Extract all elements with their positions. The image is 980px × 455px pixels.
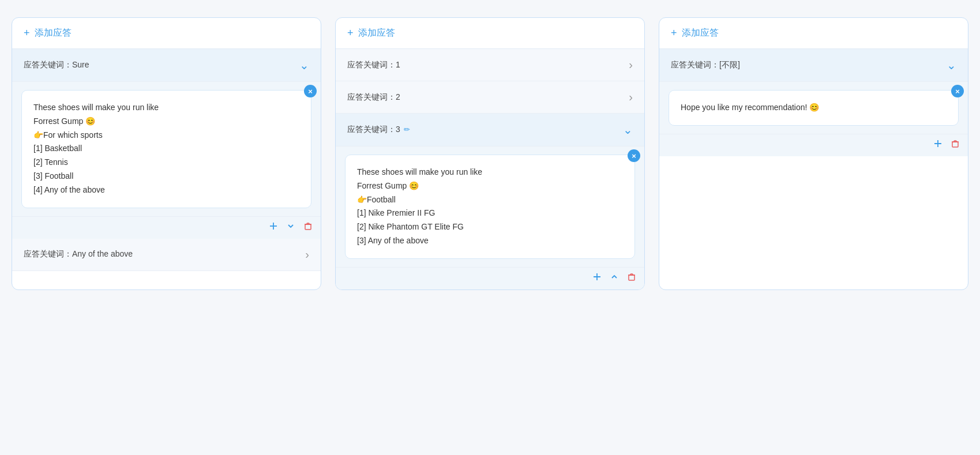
close-button[interactable]: × — [628, 149, 640, 162]
keyword-row-1[interactable]: 应答关键词：[不限]⌄ — [659, 49, 968, 82]
message-line: [1] Nike Premier II FG — [357, 206, 623, 220]
panel-body: 应答关键词：Sure⌄×These shoes will make you ru… — [12, 49, 321, 289]
chevron-right-icon: › — [629, 58, 633, 72]
keyword-label: 应答关键词：[不限] — [671, 60, 740, 70]
add-action-button[interactable] — [269, 221, 278, 233]
card-actions — [12, 217, 321, 239]
message-card-wrapper: ×These shoes will make you run likeForre… — [12, 82, 321, 217]
keyword-label: 应答关键词：Any of the above — [24, 249, 133, 260]
keyword-row-2[interactable]: 应答关键词：Any of the above› — [12, 239, 321, 271]
panel-body: 应答关键词：1›应答关键词：2›应答关键词：3✏⌄×These shoes wi… — [336, 49, 644, 289]
add-response-plus-icon[interactable]: + — [347, 27, 354, 39]
chevron-down-icon: ⌄ — [947, 58, 956, 72]
delete-action-button[interactable] — [303, 221, 313, 233]
message-line: These shoes will make you run like — [33, 101, 299, 115]
card-actions — [659, 134, 968, 156]
panel-2: +添加应答应答关键词：1›应答关键词：2›应答关键词：3✏⌄×These sho… — [335, 17, 645, 290]
keyword-value: 1 — [396, 60, 400, 69]
message-card: ×Hope you like my recommendation! 😊 — [669, 90, 959, 126]
keyword-value: Any of the above — [72, 249, 133, 258]
keyword-row-1[interactable]: 应答关键词：1› — [336, 49, 644, 81]
svg-rect-2 — [305, 224, 311, 230]
message-line: 👉Football — [357, 193, 623, 207]
panel-3: +添加应答应答关键词：[不限]⌄×Hope you like my recomm… — [659, 17, 968, 290]
chevron-down-icon: ⌄ — [623, 123, 633, 137]
keyword-value: Sure — [72, 60, 89, 69]
delete-action-button[interactable] — [627, 272, 636, 284]
message-line: [4] Any of the above — [33, 183, 299, 197]
chevron-right-icon: › — [629, 91, 633, 104]
keyword-row-2[interactable]: 应答关键词：2› — [336, 81, 644, 114]
message-card-wrapper: ×Hope you like my recommendation! 😊 — [659, 82, 968, 134]
add-action-button[interactable] — [933, 139, 943, 151]
add-response-title: 添加应答 — [358, 27, 395, 39]
panel-header[interactable]: +添加应答 — [336, 18, 644, 49]
message-card: ×These shoes will make you run likeForre… — [345, 155, 635, 259]
panel-1: +添加应答应答关键词：Sure⌄×These shoes will make y… — [12, 17, 321, 290]
message-line: 👉For which sports — [33, 129, 299, 142]
keyword-row-1[interactable]: 应答关键词：Sure⌄ — [12, 49, 321, 82]
card-actions — [336, 268, 644, 289]
svg-rect-10 — [952, 142, 958, 147]
delete-action-button[interactable] — [951, 139, 960, 151]
svg-rect-6 — [629, 275, 634, 280]
keyword-value: 3 — [396, 125, 400, 134]
message-line: Forrest Gump 😊 — [357, 179, 623, 193]
keyword-label: 应答关键词：Sure — [24, 60, 89, 70]
keyword-label: 应答关键词：2 — [347, 92, 400, 103]
message-line: [2] Tennis — [33, 156, 299, 170]
add-response-plus-icon[interactable]: + — [24, 27, 30, 39]
keyword-label: 应答关键词：3✏ — [347, 125, 410, 135]
message-line: [3] Any of the above — [357, 234, 623, 248]
message-line: [1] Basketball — [33, 142, 299, 156]
message-line: Forrest Gump 😊 — [33, 115, 299, 129]
keyword-value: [不限] — [719, 60, 740, 69]
message-card: ×These shoes will make you run likeForre… — [21, 90, 311, 208]
move-action-button[interactable] — [286, 221, 295, 233]
message-line: [2] Nike Phantom GT Elite FG — [357, 220, 623, 234]
panel-header[interactable]: +添加应答 — [12, 18, 321, 49]
panels-container: +添加应答应答关键词：Sure⌄×These shoes will make y… — [12, 17, 968, 290]
message-card-wrapper: ×These shoes will make you run likeForre… — [336, 146, 644, 268]
panel-header[interactable]: +添加应答 — [659, 18, 968, 49]
close-button[interactable]: × — [304, 85, 317, 97]
keyword-label: 应答关键词：1 — [347, 60, 400, 70]
edit-icon[interactable]: ✏ — [404, 125, 410, 134]
message-line: Hope you like my recommendation! 😊 — [681, 101, 947, 115]
panel-body: 应答关键词：[不限]⌄×Hope you like my recommendat… — [659, 49, 968, 289]
add-action-button[interactable] — [592, 272, 602, 284]
chevron-down-icon: ⌄ — [299, 58, 309, 72]
add-response-title: 添加应答 — [35, 27, 72, 39]
add-response-plus-icon[interactable]: + — [671, 27, 677, 39]
keyword-value: 2 — [396, 92, 400, 101]
message-line: [3] Football — [33, 170, 299, 183]
keyword-row-3[interactable]: 应答关键词：3✏⌄ — [336, 114, 644, 146]
close-button[interactable]: × — [951, 85, 964, 97]
message-line: These shoes will make you run like — [357, 166, 623, 179]
chevron-right-icon: › — [305, 248, 309, 261]
move-action-button[interactable] — [610, 272, 619, 284]
add-response-title: 添加应答 — [682, 27, 719, 39]
